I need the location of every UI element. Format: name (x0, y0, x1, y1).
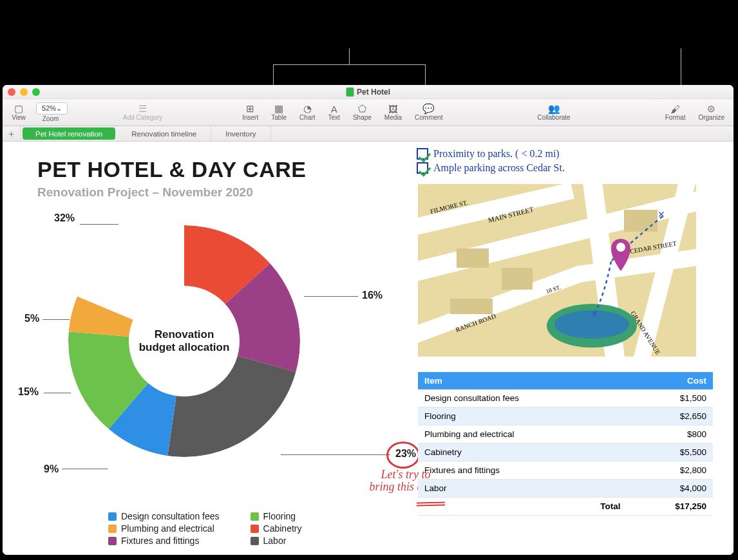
cell-item: Plumbing and electrical (418, 425, 627, 443)
cell-total-value: $17,250 (627, 498, 713, 516)
sheet-tab-bar: + Pet Hotel renovation Renovation timeli… (3, 126, 733, 142)
table-header-row: Item Cost (418, 372, 713, 389)
spreadsheet-canvas[interactable]: PET HOTEL & DAY CARE Renovation Project … (3, 142, 733, 555)
table-total-row[interactable]: Total$17,250 (418, 498, 713, 516)
swatch-icon (108, 525, 117, 533)
table-row[interactable]: Labor$4,000 (418, 480, 713, 498)
red-circle-annotation[interactable] (386, 442, 420, 469)
add-sheet-button[interactable]: + (3, 126, 21, 141)
organize-button[interactable]: ⊜ Organize (693, 104, 730, 121)
map-image[interactable]: ✕ ✕ FILMORE ST. MAIN STREET CEDAR STREET… (418, 184, 696, 357)
insert-label: Insert (242, 114, 258, 121)
close-window-button[interactable] (8, 88, 15, 96)
chart-legend: Design consultation fees Flooring Plumbi… (108, 511, 301, 546)
swatch-icon (108, 537, 117, 545)
leader-line (43, 319, 70, 320)
map-svg: ✕ ✕ FILMORE ST. MAIN STREET CEDAR STREET… (418, 184, 696, 357)
svg-rect-12 (624, 210, 658, 232)
checklist-text: Proximity to parks. ( < 0.2 mi) (433, 148, 560, 160)
shape-label: Shape (353, 114, 372, 121)
swatch-icon (251, 512, 259, 521)
swatch-icon (108, 512, 117, 521)
svg-rect-11 (450, 299, 493, 314)
media-button[interactable]: 🖼 Media (379, 104, 407, 121)
leader-line (44, 393, 71, 393)
zoom-label: Zoom (43, 115, 59, 122)
text-label: Text (328, 114, 340, 121)
text-button[interactable]: A Text (323, 104, 345, 121)
leader-line (281, 454, 390, 455)
table-row[interactable]: Design consultation fees$1,500 (418, 389, 713, 407)
checklist-item: Ample parking across Cedar St. (417, 162, 687, 174)
comment-label: Comment (415, 114, 442, 121)
legend-item: Design consultation fees (108, 511, 220, 521)
sheet-tab-inventory[interactable]: Inventory (211, 126, 270, 141)
add-category-label: Add Category (123, 114, 162, 121)
callout-line (681, 48, 681, 85)
cell-item: Labor (418, 480, 627, 498)
legend-item: Labor (251, 536, 302, 546)
view-label: View (12, 114, 26, 121)
paintbrush-icon: 🖌 (670, 104, 681, 114)
window-title: Pet Hotel (346, 88, 390, 97)
cell-cost: $1,500 (627, 389, 713, 407)
media-label: Media (384, 114, 402, 121)
callout-line (425, 64, 426, 85)
zoom-value[interactable]: 52%⌄ (36, 102, 68, 115)
checkbox-icon (417, 148, 428, 160)
callout-line (273, 64, 426, 65)
toolbar: ▢ View 52%⌄ Zoom ☰ Add Category ⊞ Insert… (3, 99, 733, 126)
pct-label-16: 16% (362, 290, 383, 301)
checklist-text: Ample parking across Cedar St. (433, 162, 565, 174)
view-button[interactable]: ▢ View (6, 104, 31, 121)
svg-text:✕: ✕ (658, 209, 665, 219)
add-category-button[interactable]: ☰ Add Category (118, 104, 167, 121)
svg-rect-10 (502, 268, 533, 290)
table-row[interactable]: Flooring$2,650 (418, 407, 713, 425)
collaborate-label: Collaborate (538, 114, 571, 121)
sheet-tab-pet-hotel-renovation[interactable]: Pet Hotel renovation (23, 127, 115, 140)
cell-cost: $2,650 (627, 407, 713, 425)
media-icon: 🖼 (387, 104, 399, 114)
legend-item: Cabinetry (251, 523, 302, 534)
shape-icon: ⬠ (356, 104, 368, 114)
maximize-window-button[interactable] (32, 88, 40, 96)
cell-total-label: Total (418, 498, 627, 516)
leader-line (304, 296, 358, 297)
table-row[interactable]: Cabinetry$5,500 (418, 443, 713, 462)
insert-button[interactable]: ⊞ Insert (237, 104, 263, 121)
pct-label-32: 32% (54, 212, 75, 224)
comment-button[interactable]: 💬 Comment (410, 104, 448, 121)
legend-item: Fixtures and fittings (108, 536, 220, 546)
col-header-item: Item (418, 372, 627, 389)
legend-label: Flooring (263, 511, 296, 521)
donut-center-label: Renovation budget allocation (129, 286, 240, 397)
page-subtitle[interactable]: Renovation Project – November 2020 (37, 185, 253, 200)
chart-button[interactable]: ◔ Chart (294, 104, 320, 121)
pct-label-5: 5% (24, 313, 39, 324)
table-row[interactable]: Fixtures and fittings$2,800 (418, 462, 713, 480)
table-button[interactable]: ▦ Table (266, 104, 292, 121)
comment-icon: 💬 (423, 104, 435, 114)
cell-cost: $800 (627, 425, 713, 443)
cell-item: Fixtures and fittings (418, 462, 627, 480)
checkbox-icon (417, 162, 428, 174)
sheet-tab-renovation-timeline[interactable]: Renovation timeline (117, 126, 211, 141)
donut-chart[interactable]: Renovation budget allocation (68, 225, 300, 457)
page-title[interactable]: PET HOTEL & DAY CARE (37, 157, 306, 182)
shape-button[interactable]: ⬠ Shape (348, 104, 377, 121)
format-button[interactable]: 🖌 Format (660, 104, 691, 121)
leader-line (62, 469, 108, 469)
minimize-window-button[interactable] (20, 88, 28, 96)
zoom-control[interactable]: 52%⌄ Zoom (33, 102, 68, 122)
titlebar: Pet Hotel (3, 85, 733, 99)
checklist[interactable]: Proximity to parks. ( < 0.2 mi) Ample pa… (417, 148, 687, 176)
table-icon: ▦ (273, 104, 285, 114)
svg-point-15 (616, 243, 625, 252)
collaborate-button[interactable]: 👥 Collaborate (533, 104, 576, 121)
organize-label: Organize (698, 114, 724, 121)
callout-line (273, 64, 274, 85)
table-row[interactable]: Plumbing and electrical$800 (418, 425, 713, 443)
swatch-icon (251, 537, 259, 545)
cost-table[interactable]: Item Cost Design consultation fees$1,500… (418, 372, 713, 516)
